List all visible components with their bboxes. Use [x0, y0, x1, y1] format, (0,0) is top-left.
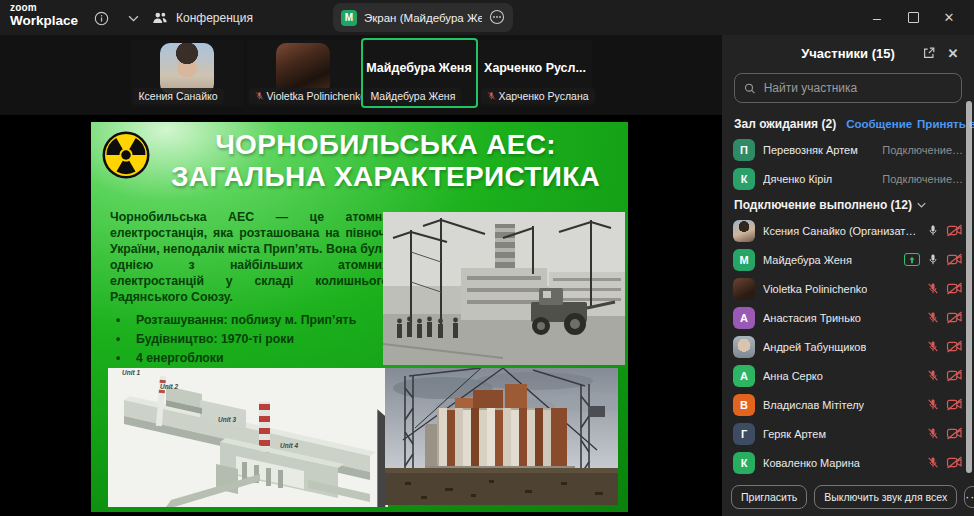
participant-row[interactable]: А Анастасия Тринько	[722, 303, 974, 332]
avatar: M	[733, 249, 755, 271]
camera-off-icon[interactable]	[946, 340, 963, 353]
muted-mic-icon	[487, 91, 496, 101]
participant-name: Ксения Санайко (Организатор, я)	[763, 225, 919, 237]
participant-name: Перевозняк Артем	[763, 144, 858, 156]
camera-off-icon[interactable]	[946, 427, 963, 440]
participant-row[interactable]: А Анна Серко	[722, 361, 974, 390]
plant-3d-render: Unit 1 Unit 2 Unit 3 Unit 4	[108, 368, 388, 507]
participant-name: Андрей Табунщиков	[763, 341, 866, 353]
maximize-button[interactable]	[896, 0, 930, 35]
search-icon	[744, 82, 756, 95]
muted-mic-icon[interactable]	[927, 340, 939, 353]
zoom-workplace-logo: zoom Workplace	[10, 3, 78, 28]
camera-off-icon[interactable]	[946, 456, 963, 469]
avatar	[733, 278, 755, 300]
participant-video	[276, 43, 330, 94]
participant-name: Коваленко Марина	[763, 457, 860, 469]
info-icon[interactable]	[92, 9, 110, 27]
avatar: Г	[733, 423, 755, 445]
close-button[interactable]: ✕	[932, 0, 966, 35]
tab-conference[interactable]: Конференция	[152, 0, 253, 35]
muted-mic-icon[interactable]	[927, 369, 939, 382]
invite-button[interactable]: Пригласить	[731, 485, 807, 509]
participant-row[interactable]: Violetka Polinichenko	[722, 274, 974, 303]
participant-name: Анна Серко	[763, 370, 823, 382]
shared-screen-stage: ЧОРНОБИЛЬСЬКА АЕС: ЗАГАЛЬНА ХАРАКТЕРИСТИ…	[0, 115, 722, 516]
mic-on-icon[interactable]	[927, 253, 939, 266]
camera-off-icon[interactable]	[946, 224, 963, 237]
waiting-row[interactable]: К Дяченко Кіріл Подключение…	[722, 164, 974, 193]
video-thumbnails-strip: Ксения Санайко Violetka Polinichenko Май…	[0, 35, 722, 115]
participant-row[interactable]: В Владислав Мітітелу	[722, 390, 974, 419]
participant-search[interactable]	[734, 73, 962, 103]
panel-footer: Пригласить Выключить звук для всех ···	[722, 477, 974, 516]
participant-row[interactable]: M Майдебура Женя	[722, 245, 974, 274]
close-panel-icon[interactable]: ✕	[944, 44, 962, 62]
slide-title: ЧОРНОБИЛЬСЬКА АЕС: ЗАГАЛЬНА ХАРАКТЕРИСТИ…	[145, 129, 626, 194]
video-tile-ksenia[interactable]: Ксения Санайко	[131, 40, 244, 106]
muted-mic-icon[interactable]	[927, 282, 939, 295]
participant-row[interactable]: К Коваленко Марина	[722, 448, 974, 477]
tab-screen-share[interactable]: M Экран (Майдебура Женя)	[333, 3, 513, 32]
waiting-row[interactable]: П Перевозняк Артем Подключение…	[722, 135, 974, 164]
chevron-down-icon[interactable]	[124, 9, 142, 27]
construction-photo	[383, 212, 625, 365]
muted-mic-icon[interactable]	[927, 311, 939, 324]
chevron-down-icon[interactable]	[917, 202, 926, 208]
panel-header: Участники (15) ✕	[722, 35, 974, 71]
radiation-icon	[101, 130, 151, 180]
camera-off-icon[interactable]	[946, 398, 963, 411]
muted-mic-icon	[255, 91, 264, 101]
pop-out-icon[interactable]	[920, 44, 938, 62]
connection-status: Подключение…	[882, 144, 963, 156]
slide-title-line2: ЗАГАЛЬНА ХАРАКТЕРИСТИКА	[145, 161, 626, 193]
mouse-cursor	[286, 408, 388, 507]
mic-on-icon[interactable]	[927, 224, 939, 237]
unit-label: Unit 3	[218, 416, 236, 423]
avatar	[733, 220, 755, 242]
camera-off-icon[interactable]	[946, 311, 963, 324]
video-tile-kharchenko[interactable]: Харченко Русл... Харченко Руслана	[479, 40, 592, 106]
maximize-icon	[908, 12, 919, 23]
presentation-slide: ЧОРНОБИЛЬСЬКА АЕС: ЗАГАЛЬНА ХАРАКТЕРИСТИ…	[91, 122, 628, 512]
participant-video	[160, 43, 214, 94]
more-options-button[interactable]: ···	[964, 486, 974, 508]
tab-more-icon[interactable]	[489, 9, 505, 27]
reactor-building-photo	[385, 368, 618, 505]
muted-mic-icon[interactable]	[927, 398, 939, 411]
connected-section-header: Подключение выполнено (12)	[722, 193, 974, 216]
participant-name: Дяченко Кіріл	[763, 173, 832, 185]
title-bar: zoom Workplace Конференция M Экран (Майд…	[0, 0, 974, 35]
muted-mic-icon[interactable]	[927, 427, 939, 440]
video-tile-maidebura-active-speaker[interactable]: Майдебура Женя Майдебура Женя	[363, 40, 476, 106]
minimize-button[interactable]: –	[860, 0, 894, 35]
participant-row[interactable]: Г Геряк Артем	[722, 419, 974, 448]
avatar: К	[733, 452, 755, 474]
video-tile-violetka[interactable]: Violetka Polinichenko	[247, 40, 360, 106]
tab-avatar: M	[341, 10, 357, 26]
participant-name: Violetka Polinichenko	[763, 283, 867, 295]
waiting-room-label: Зал ожидания (2)	[734, 117, 836, 131]
tab-conference-label: Конференция	[176, 11, 253, 25]
message-link[interactable]: Сообщение	[846, 118, 912, 130]
camera-off-icon[interactable]	[946, 282, 963, 295]
panel-scrollbar[interactable]	[966, 101, 972, 473]
zoom-workplace-window: zoom Workplace Конференция M Экран (Майд…	[0, 0, 974, 516]
search-input[interactable]	[762, 80, 952, 96]
participant-name: Майдебура Женя	[763, 254, 852, 266]
participant-name: Владислав Мітітелу	[763, 399, 864, 411]
mute-all-button[interactable]: Выключить звук для всех	[814, 485, 957, 509]
connected-label: Подключение выполнено (12)	[734, 198, 912, 212]
bullet-item: 4 енергоблоки	[110, 351, 389, 367]
camera-off-icon[interactable]	[946, 253, 963, 266]
avatar	[733, 336, 755, 358]
muted-mic-icon[interactable]	[927, 456, 939, 469]
tab-screen-label: Экран (Майдебура Женя)	[364, 12, 482, 24]
participant-row[interactable]: Ксения Санайко (Организатор, я)	[722, 216, 974, 245]
participants-panel: Участники (15) ✕ Зал ожидания (2) Сообще…	[722, 35, 974, 516]
name-pill: Харченко Руслана	[481, 88, 595, 104]
avatar: П	[733, 139, 755, 161]
bullet-item: Будівництво: 1970-ті роки	[110, 332, 389, 348]
participant-row[interactable]: Андрей Табунщиков	[722, 332, 974, 361]
camera-off-icon[interactable]	[946, 369, 963, 382]
